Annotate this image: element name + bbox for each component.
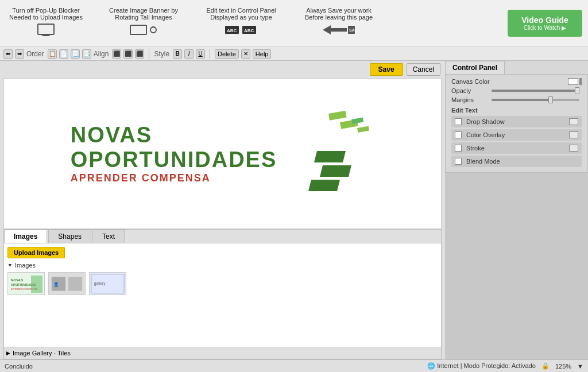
thumbnail-3-inner: gallery bbox=[90, 273, 126, 294]
stroke-swatch[interactable] bbox=[569, 145, 578, 152]
thumbnail-2[interactable]: 👤 bbox=[48, 272, 86, 295]
order-label: Order bbox=[26, 50, 44, 58]
svg-rect-17 bbox=[351, 117, 363, 123]
svg-rect-3 bbox=[130, 25, 146, 34]
logo-shapes-svg bbox=[283, 111, 374, 197]
help-button[interactable]: Help bbox=[253, 49, 272, 59]
thumbnail-1-inner: NOVAS OPORTUNIDADES APRENDER COMPENSA bbox=[8, 273, 44, 294]
delete-button[interactable]: Delete bbox=[215, 49, 239, 59]
margins-thumb[interactable] bbox=[548, 96, 553, 103]
brand-oportunidades: OPORTUNIDADES bbox=[71, 148, 277, 172]
action-bar: Save Cancel bbox=[0, 61, 445, 78]
opacity-label: Opaciy bbox=[451, 87, 492, 94]
blend-mode-row: Blend Mode bbox=[451, 156, 582, 167]
gallery-section[interactable]: Image Gallery - Tiles bbox=[4, 347, 441, 359]
drop-shadow-label: Drop Shadow bbox=[466, 118, 569, 125]
drop-shadow-checkbox[interactable] bbox=[455, 118, 462, 125]
video-guide-button[interactable]: Video Guide Click to Watch ▶ bbox=[508, 10, 582, 37]
order-3-icon[interactable]: 📃 bbox=[71, 49, 80, 59]
align-right-icon[interactable]: ⬛ bbox=[135, 49, 144, 59]
svg-rect-26 bbox=[68, 277, 82, 290]
color-overlay-swatch[interactable] bbox=[569, 131, 578, 138]
top-banner: Turn off Pop-Up Blocker Needed to Upload… bbox=[0, 0, 588, 47]
svg-marker-16 bbox=[308, 180, 340, 191]
internet-status: 🌐 Internet | Modo Protegido: Activado bbox=[427, 362, 536, 370]
brand-text-block: NOVAS OPORTUNIDADES APRENDER COMPENSA bbox=[71, 123, 277, 184]
underline-icon[interactable]: U bbox=[196, 49, 205, 59]
brand-aprender: APRENDER COMPENSA bbox=[71, 172, 277, 184]
svg-rect-12 bbox=[328, 111, 347, 121]
control-panel-body: Canvas Color Opaciy Margins bbox=[445, 74, 588, 173]
canvas-area: NOVAS OPORTUNIDADES APRENDER COMPENSA bbox=[3, 78, 442, 229]
color-overlay-checkbox[interactable] bbox=[455, 131, 462, 138]
tabs-header: Images Shapes Text bbox=[4, 230, 441, 243]
align-center-icon[interactable]: ⬛ bbox=[123, 49, 133, 59]
images-section-label[interactable]: Images bbox=[7, 262, 438, 269]
svg-text:ABC: ABC bbox=[244, 28, 254, 33]
status-right: 🌐 Internet | Modo Protegido: Activado 🔒 … bbox=[427, 362, 583, 370]
banner-tip-1: Turn off Pop-Up Blocker Needed to Upload… bbox=[6, 7, 86, 40]
svg-text:ABC: ABC bbox=[227, 28, 237, 33]
svg-rect-23 bbox=[31, 276, 42, 293]
tab-images[interactable]: Images bbox=[4, 230, 47, 243]
thumbnail-1[interactable]: NOVAS OPORTUNIDADES APRENDER COMPENSA bbox=[7, 272, 45, 295]
cancel-button[interactable]: Cancel bbox=[407, 63, 440, 76]
monitor-icon bbox=[37, 23, 55, 40]
globe-icon: 🌐 bbox=[427, 362, 435, 369]
forward-icon[interactable]: ➡ bbox=[15, 49, 24, 59]
image-thumbnails: NOVAS OPORTUNIDADES APRENDER COMPENSA bbox=[7, 272, 438, 295]
stroke-checkbox[interactable] bbox=[455, 145, 462, 152]
color-overlay-row: Color Overlay bbox=[451, 129, 582, 141]
opacity-thumb[interactable] bbox=[575, 87, 579, 94]
svg-text:👤: 👤 bbox=[53, 281, 59, 287]
tab-content: Upload Images Images NOVAS OPORTUNIDADES… bbox=[4, 243, 441, 347]
save-arrow-icon: SAVE bbox=[322, 23, 356, 40]
close-icon[interactable]: ✕ bbox=[241, 49, 250, 59]
opacity-track[interactable] bbox=[492, 90, 579, 92]
status-bar: Concluido 🌐 Internet | Modo Protegido: A… bbox=[0, 359, 588, 372]
svg-text:SAVE: SAVE bbox=[349, 28, 356, 32]
svg-rect-0 bbox=[38, 24, 54, 34]
text-display-icon: ABC ABC bbox=[224, 23, 258, 40]
right-panel: Control Panel Canvas Color Opaciy bbox=[445, 61, 588, 359]
italic-icon[interactable]: I bbox=[184, 49, 194, 59]
opacity-fill bbox=[492, 90, 579, 92]
svg-marker-15 bbox=[320, 165, 351, 177]
align-left-icon[interactable]: ⬛ bbox=[112, 49, 121, 59]
save-button[interactable]: Save bbox=[370, 63, 403, 76]
canvas-color-swatch[interactable] bbox=[568, 78, 578, 85]
order-1-icon[interactable]: 📋 bbox=[48, 49, 57, 59]
bold-icon[interactable]: B bbox=[173, 49, 182, 59]
order-4-icon[interactable]: 📑 bbox=[82, 49, 91, 59]
control-panel: Control Panel Canvas Color Opaciy bbox=[445, 61, 588, 173]
align-label: Align bbox=[94, 50, 109, 58]
drop-shadow-swatch[interactable] bbox=[569, 118, 578, 125]
margins-fill bbox=[492, 99, 553, 101]
margins-row: Margins bbox=[451, 96, 582, 103]
canvas-color-label: Canvas Color bbox=[451, 78, 492, 85]
brand-novas: NOVAS bbox=[71, 123, 277, 148]
svg-text:gallery: gallery bbox=[94, 281, 106, 286]
blend-mode-label: Blend Mode bbox=[466, 158, 578, 165]
upload-images-button[interactable]: Upload Images bbox=[7, 247, 65, 258]
svg-text:NOVAS: NOVAS bbox=[11, 278, 23, 282]
edit-text-label: Edit Text bbox=[451, 107, 582, 114]
margins-track[interactable] bbox=[492, 99, 579, 101]
separator-1 bbox=[149, 49, 149, 59]
brand-logo: NOVAS OPORTUNIDADES APRENDER COMPENSA bbox=[48, 99, 398, 208]
svg-rect-18 bbox=[357, 126, 369, 132]
order-2-icon[interactable]: 📄 bbox=[59, 49, 68, 59]
opacity-row: Opaciy bbox=[451, 87, 582, 94]
color-overlay-label: Color Overlay bbox=[466, 131, 569, 138]
thumbnail-3[interactable]: gallery bbox=[89, 272, 126, 295]
banner-tip-2: Create Image Banner by Rotating Tall Ima… bbox=[103, 7, 184, 40]
tab-shapes[interactable]: Shapes bbox=[48, 230, 91, 243]
separator-2 bbox=[210, 49, 210, 59]
back-icon[interactable]: ⬅ bbox=[3, 49, 13, 59]
tab-text[interactable]: Text bbox=[92, 230, 125, 243]
zoom-dropdown-icon[interactable]: ▼ bbox=[577, 363, 583, 370]
main-area: Save Cancel NOVAS OPORTUNIDADES APRENDER… bbox=[0, 61, 588, 359]
lock-icon: 🔒 bbox=[541, 362, 550, 370]
canvas-color-picker[interactable] bbox=[579, 78, 582, 85]
blend-mode-checkbox[interactable] bbox=[455, 158, 462, 165]
